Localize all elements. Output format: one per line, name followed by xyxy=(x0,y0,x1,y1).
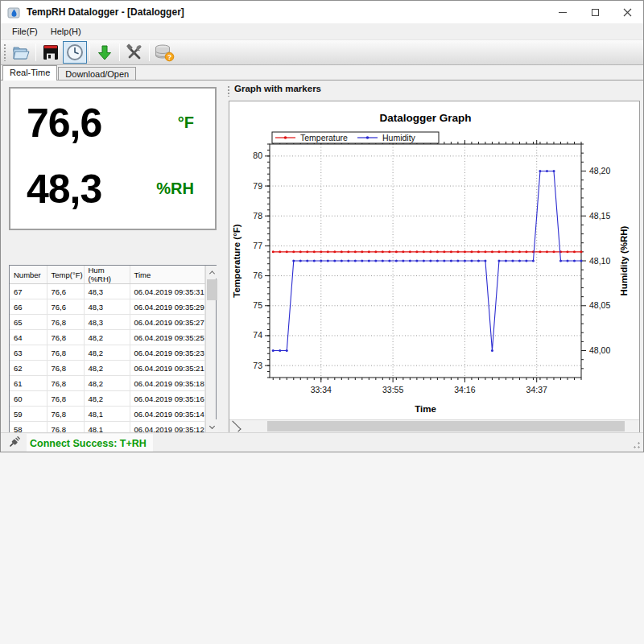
svg-text:48,10: 48,10 xyxy=(589,256,610,266)
svg-text:Temperature: Temperature xyxy=(300,133,348,142)
table-cell: 76,8 xyxy=(47,330,84,345)
vertical-scrollbar[interactable] xyxy=(205,266,217,432)
svg-text:33:55: 33:55 xyxy=(382,385,403,394)
svg-text:34:37: 34:37 xyxy=(526,385,547,394)
table-row[interactable]: 6076,848,206.04.2019 09:35:16 xyxy=(10,391,204,407)
table-cell: 76,6 xyxy=(47,284,84,299)
table-row[interactable]: 6176,848,206.04.2019 09:35:18 xyxy=(10,376,204,391)
maximize-button[interactable] xyxy=(579,1,611,23)
svg-text:48,15: 48,15 xyxy=(589,211,610,221)
column-header-1[interactable]: Temp(°F) xyxy=(47,266,84,284)
table-row[interactable]: 6676,648,306.04.2019 09:35:29 xyxy=(10,299,204,315)
chart-legend: TemperatureHumidity xyxy=(272,132,439,143)
table-cell: 76,8 xyxy=(47,376,84,391)
app-icon xyxy=(7,6,21,19)
database-question-icon: ? xyxy=(154,43,175,62)
table-cell: 67 xyxy=(10,284,47,299)
svg-text:Humidity: Humidity xyxy=(382,133,416,142)
table-cell: 64 xyxy=(10,330,47,345)
tab-real-time[interactable]: Real-Time xyxy=(2,65,57,80)
table-row[interactable]: 6776,648,306.04.2019 09:35:31 xyxy=(10,284,204,299)
table-row[interactable]: 6376,848,206.04.2019 09:35:23 xyxy=(10,345,204,361)
tab-download-open[interactable]: Download/Open xyxy=(58,67,136,80)
table-row[interactable]: 6576,848,306.04.2019 09:35:27 xyxy=(10,315,204,330)
svg-text:78: 78 xyxy=(253,211,262,221)
x-axis-label: Time xyxy=(415,404,436,414)
table-cell: 76,8 xyxy=(47,407,84,422)
realtime-display: 76,6 °F 48,3 %RH xyxy=(9,87,217,230)
datalogger-graph: 737475767778798048,0048,0548,1048,1548,2… xyxy=(229,101,639,420)
table-cell: 48,2 xyxy=(84,391,130,407)
horizontal-scrollbar[interactable] xyxy=(229,419,639,432)
status-chip: Connect Success: T+RH xyxy=(27,434,153,452)
table-cell: 76,8 xyxy=(47,315,84,330)
table-cell: 06.04.2019 09:35:14 xyxy=(130,407,204,422)
table-cell: 06.04.2019 09:35:18 xyxy=(130,376,204,391)
open-file-button[interactable] xyxy=(9,41,33,64)
table-cell: 06.04.2019 09:35:29 xyxy=(130,299,204,315)
table-cell: 06.04.2019 09:35:27 xyxy=(130,315,204,330)
table-cell: 62 xyxy=(10,361,47,376)
chart-title: Datalogger Graph xyxy=(379,112,471,124)
column-header-0[interactable]: Number xyxy=(10,266,47,284)
status-bar: Connect Success: T+RH xyxy=(1,432,643,452)
table-cell: 48,2 xyxy=(84,361,130,376)
close-button[interactable] xyxy=(611,1,643,23)
table-row[interactable]: 6276,848,206.04.2019 09:35:21 xyxy=(10,361,204,376)
title-bar: TempRH Datalogger - [Datalogger] xyxy=(1,1,643,23)
scroll-right-button[interactable] xyxy=(229,420,242,432)
scroll-up-button[interactable] xyxy=(206,266,218,279)
maximize-icon xyxy=(592,9,599,16)
table-cell: 48,3 xyxy=(84,284,130,299)
menu-file[interactable]: File(F) xyxy=(6,24,44,39)
table-cell: 63 xyxy=(10,345,47,361)
tools-icon xyxy=(125,43,144,62)
table-row[interactable]: 6476,848,206.04.2019 09:35:25 xyxy=(10,330,204,345)
table-cell: 48,1 xyxy=(84,407,130,422)
close-icon xyxy=(623,8,632,17)
vertical-scrollbar-thumb[interactable] xyxy=(207,279,217,300)
toolbar-separator xyxy=(149,43,150,61)
column-header-2[interactable]: Hum (%RH) xyxy=(84,266,130,284)
table-cell: 48,2 xyxy=(84,330,130,345)
folder-open-icon xyxy=(11,43,31,62)
window-title: TempRH Datalogger - [Datalogger] xyxy=(27,6,184,18)
svg-text:33:34: 33:34 xyxy=(311,385,332,394)
chevron-down-icon xyxy=(208,423,214,428)
app-window: TempRH Datalogger - [Datalogger] File(F)… xyxy=(0,0,644,452)
readings-table: NumberTemp(°F)Hum (%RH)Time 6776,648,306… xyxy=(9,265,217,433)
table-cell: 48,2 xyxy=(84,376,130,391)
table-cell: 59 xyxy=(10,407,47,422)
svg-text:34:16: 34:16 xyxy=(454,385,475,394)
download-button[interactable] xyxy=(93,41,117,64)
table-cell: 06.04.2019 09:35:25 xyxy=(130,330,204,345)
settings-button[interactable] xyxy=(122,41,147,64)
tab-page-real-time: 76,6 °F 48,3 %RH NumberTemp(°F)Hum (%RH)… xyxy=(1,80,643,436)
resize-grip[interactable] xyxy=(630,439,641,449)
minimize-button[interactable] xyxy=(547,1,579,23)
desktop: TempRH Datalogger - [Datalogger] File(F)… xyxy=(0,0,644,644)
table-cell: 66 xyxy=(10,299,47,315)
left-axis-label: Temperature (°F) xyxy=(232,224,242,297)
tab-strip: Real-Time Download/Open xyxy=(1,65,643,80)
menu-help[interactable]: Help(H) xyxy=(44,24,88,39)
toolbar-grip[interactable] xyxy=(3,43,6,61)
scroll-down-button[interactable] xyxy=(206,419,218,432)
svg-text:79: 79 xyxy=(253,181,262,191)
sync-clock-button[interactable] xyxy=(63,41,87,64)
data-help-button[interactable]: ? xyxy=(152,41,176,64)
temperature-value: 76,6 xyxy=(27,103,101,143)
horizontal-scrollbar-thumb[interactable] xyxy=(267,421,625,431)
humidity-unit: %RH xyxy=(156,180,194,196)
svg-text:76: 76 xyxy=(253,270,262,280)
table-row[interactable]: 5976,848,106.04.2019 09:35:14 xyxy=(10,407,204,422)
table-header-row: NumberTemp(°F)Hum (%RH)Time xyxy=(10,266,204,284)
chevron-up-icon xyxy=(208,270,214,276)
graph-panel-grip[interactable] xyxy=(227,85,231,97)
column-header-3[interactable]: Time xyxy=(130,266,204,284)
table-cell: 06.04.2019 09:35:16 xyxy=(130,391,204,407)
save-button[interactable] xyxy=(39,41,63,64)
table-cell: 65 xyxy=(10,315,47,330)
svg-text:48,05: 48,05 xyxy=(589,300,610,310)
clock-icon xyxy=(65,43,85,62)
